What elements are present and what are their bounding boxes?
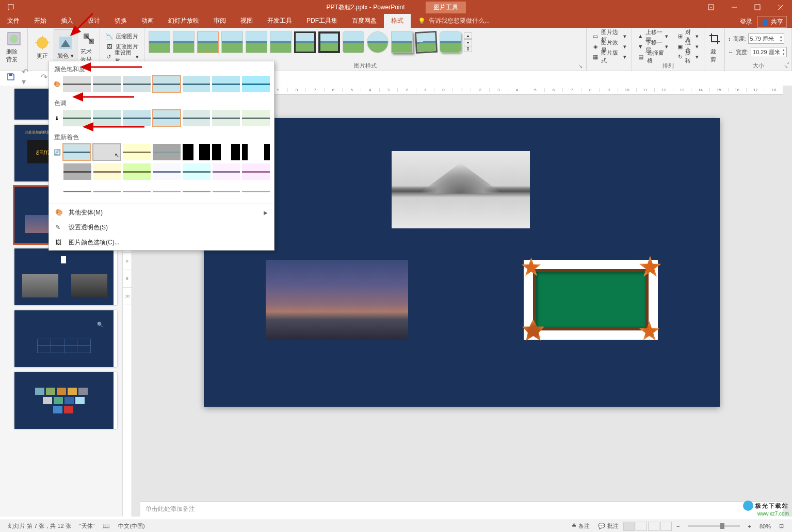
language-indicator[interactable]: 中文(中国) (114, 522, 149, 530)
minimize-button[interactable] (722, 0, 746, 14)
recolor-option[interactable] (63, 163, 91, 180)
saturation-option[interactable] (123, 76, 151, 92)
comments-toggle[interactable]: 💬 批注 (594, 522, 623, 530)
watermark-logo-icon (743, 501, 753, 511)
picture-layout-button[interactable]: ▦图片版式 ▾ (590, 52, 628, 62)
crop-button[interactable]: 裁剪 (707, 29, 721, 64)
tab-file[interactable]: 文件 (0, 14, 27, 28)
saturation-option[interactable] (183, 76, 211, 92)
picture-color-options-item[interactable]: 🖼图片颜色选项(C)... (49, 235, 274, 250)
tab-format[interactable]: 格式 (384, 14, 411, 28)
tab-dev[interactable]: 开发工具 (260, 14, 299, 28)
selection-pane-button[interactable]: ▤选择窗格 (635, 52, 670, 62)
slide-image-mountain[interactable] (392, 151, 530, 228)
recolor-option[interactable] (183, 144, 211, 160)
spellcheck-icon[interactable]: 📖 (99, 523, 114, 529)
width-control[interactable]: ↔宽度: 10.29 厘米▴▾ (728, 45, 788, 59)
recolor-option[interactable] (213, 183, 240, 200)
saturation-option[interactable] (93, 76, 121, 92)
recolor-option[interactable] (242, 144, 270, 160)
ribbon-options-icon[interactable] (699, 0, 722, 14)
tab-pdf[interactable]: PDF工具集 (299, 14, 345, 28)
zoom-slider[interactable] (688, 525, 740, 527)
slideshow-view-button[interactable] (660, 522, 672, 531)
tone-option[interactable] (153, 110, 181, 126)
recolor-option[interactable] (123, 183, 151, 200)
recolor-option-grayscale[interactable]: ↖ (93, 144, 121, 160)
tab-review[interactable]: 审阅 (206, 14, 233, 28)
group-label-size: 大小 (725, 62, 791, 70)
slide-thumb-8[interactable] (14, 248, 117, 305)
gallery-more-button[interactable]: ▴▾⊽ (464, 31, 472, 53)
recolor-option[interactable] (93, 163, 121, 180)
remove-background-button[interactable]: 删除背景 (3, 29, 24, 64)
tone-option[interactable] (212, 110, 240, 126)
slide-thumb-10[interactable] (14, 372, 117, 429)
recolor-option[interactable] (213, 163, 240, 180)
title-bar: PPT教程2.pptx - PowerPoint 图片工具 (0, 0, 792, 14)
recolor-option[interactable] (183, 163, 211, 180)
height-icon: ↕ (728, 36, 731, 42)
tab-home[interactable]: 开始 (27, 14, 54, 28)
recolor-option[interactable] (242, 163, 270, 180)
tell-me-input[interactable]: 💡告诉我您想要做什么... (411, 14, 497, 28)
autosave-icon[interactable] (3, 0, 19, 14)
slide-image-board[interactable] (524, 260, 658, 340)
tone-option[interactable] (183, 110, 211, 126)
slide-thumb-9[interactable]: 🔍 (14, 310, 117, 367)
styles-dialog-launcher[interactable]: ↘ (578, 63, 585, 70)
sorter-view-button[interactable] (636, 522, 647, 531)
recolor-option[interactable] (123, 144, 151, 160)
slide-canvas[interactable] (204, 118, 720, 407)
notes-pane[interactable]: 单击此处添加备注 (140, 501, 783, 517)
recolor-option[interactable] (242, 183, 270, 200)
save-button[interactable] (5, 71, 17, 82)
svg-rect-0 (708, 5, 714, 10)
tone-option[interactable] (242, 110, 270, 126)
tab-animations[interactable]: 动画 (134, 14, 161, 28)
corrections-button[interactable]: 更正 (31, 29, 54, 64)
saturation-option[interactable] (242, 76, 270, 92)
saturation-option[interactable] (153, 76, 181, 92)
set-transparent-item[interactable]: ✎设置透明色(S) (49, 220, 274, 235)
zoom-level[interactable]: 80% (755, 523, 775, 529)
reset-picture-button[interactable]: ↺重设图片 ▾ (103, 52, 141, 62)
slide-counter[interactable]: 幻灯片 第 7 张，共 12 张 (4, 522, 75, 530)
recolor-option[interactable] (212, 144, 240, 160)
compress-picture-button[interactable]: 📉压缩图片 (103, 31, 141, 41)
height-control[interactable]: ↕高度: 5.79 厘米▴▾ (728, 32, 788, 45)
tab-transitions[interactable]: 切换 (107, 14, 134, 28)
recolor-option[interactable] (153, 163, 181, 180)
tab-view[interactable]: 视图 (233, 14, 260, 28)
saturation-option[interactable] (212, 76, 240, 92)
recolor-option[interactable] (63, 144, 91, 160)
reading-view-button[interactable] (648, 522, 659, 531)
recolor-option[interactable] (123, 163, 151, 180)
zoom-out-button[interactable]: − (672, 523, 684, 529)
signin-link[interactable]: 登录 (740, 18, 752, 26)
fit-to-window-button[interactable]: ⊡ (775, 523, 788, 529)
tab-baidu[interactable]: 百度网盘 (345, 14, 384, 28)
close-button[interactable] (769, 0, 792, 14)
maximize-button[interactable] (746, 0, 769, 14)
rotate-button[interactable]: ↻旋转 ▾ (675, 52, 701, 62)
share-button[interactable]: 👤共享 (757, 16, 787, 28)
undo-button[interactable]: ↶ ▾ (22, 71, 33, 82)
notes-toggle[interactable]: ≜ 备注 (568, 522, 594, 530)
saturation-option[interactable] (63, 76, 91, 92)
recolor-option[interactable] (153, 144, 181, 160)
picture-styles-gallery[interactable]: ▴▾⊽ (148, 29, 583, 55)
recolor-option[interactable] (183, 183, 211, 200)
collapse-ribbon-icon[interactable]: ˄ (787, 62, 790, 69)
recolor-option[interactable] (93, 183, 121, 200)
normal-view-button[interactable] (623, 522, 635, 531)
more-variants-item[interactable]: 🎨其他变体(M)▶ (49, 205, 274, 220)
ribbon-tabs: 文件 开始 插入 设计 切换 动画 幻灯片放映 审阅 视图 开发工具 PDF工具… (0, 14, 792, 28)
tab-slideshow[interactable]: 幻灯片放映 (161, 14, 206, 28)
width-icon: ↔ (728, 49, 734, 55)
slide-image-city[interactable] (266, 260, 408, 340)
recolor-option[interactable] (153, 183, 181, 200)
recolor-option[interactable] (63, 183, 91, 200)
redo-button[interactable]: ↷ (38, 71, 50, 82)
zoom-in-button[interactable]: + (744, 523, 755, 529)
